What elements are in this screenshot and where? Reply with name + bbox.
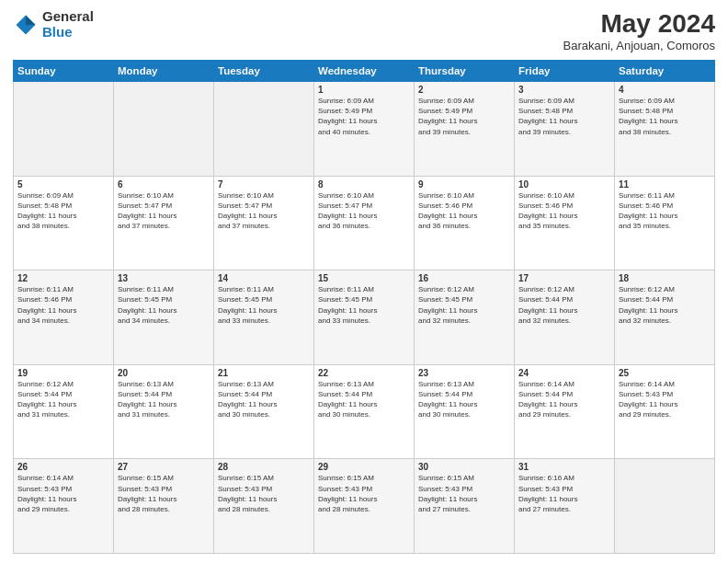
calendar-cell-w1-d4: 9Sunrise: 6:10 AM Sunset: 5:46 PM Daylig… <box>415 176 515 270</box>
day-info-19: Sunrise: 6:12 AM Sunset: 5:44 PM Dayligh… <box>17 379 109 420</box>
day-number-1: 1 <box>318 85 410 95</box>
day-info-9: Sunrise: 6:10 AM Sunset: 5:46 PM Dayligh… <box>418 190 510 232</box>
calendar-cell-w3-d3: 22Sunrise: 6:13 AM Sunset: 5:44 PM Dayli… <box>314 364 415 459</box>
calendar-cell-w4-d6 <box>615 459 715 554</box>
logo-text: General Blue <box>42 9 94 40</box>
day-number-2: 2 <box>418 85 510 95</box>
calendar-week-1: 5Sunrise: 6:09 AM Sunset: 5:48 PM Daylig… <box>14 176 715 270</box>
day-info-25: Sunrise: 6:14 AM Sunset: 5:43 PM Dayligh… <box>619 379 711 420</box>
calendar-table: Sunday Monday Tuesday Wednesday Thursday… <box>13 60 715 554</box>
calendar-cell-w3-d6: 25Sunrise: 6:14 AM Sunset: 5:43 PM Dayli… <box>615 364 715 459</box>
day-info-22: Sunrise: 6:13 AM Sunset: 5:44 PM Dayligh… <box>318 379 410 420</box>
logo-icon <box>13 12 39 38</box>
day-number-16: 16 <box>418 273 510 283</box>
day-info-23: Sunrise: 6:13 AM Sunset: 5:44 PM Dayligh… <box>418 379 510 420</box>
day-info-14: Sunrise: 6:11 AM Sunset: 5:45 PM Dayligh… <box>218 284 310 326</box>
day-number-23: 23 <box>418 368 510 378</box>
calendar-cell-w0-d5: 3Sunrise: 6:09 AM Sunset: 5:48 PM Daylig… <box>515 82 615 177</box>
header-saturday: Saturday <box>615 61 715 82</box>
day-number-14: 14 <box>218 273 310 283</box>
day-number-9: 9 <box>418 179 510 190</box>
calendar-cell-w4-d1: 27Sunrise: 6:15 AM Sunset: 5:43 PM Dayli… <box>114 459 214 554</box>
day-number-12: 12 <box>17 273 109 283</box>
header: General Blue May 2024 Barakani, Anjouan,… <box>13 9 715 52</box>
calendar-cell-w2-d5: 17Sunrise: 6:12 AM Sunset: 5:44 PM Dayli… <box>515 270 615 365</box>
day-number-21: 21 <box>218 368 310 378</box>
day-info-10: Sunrise: 6:10 AM Sunset: 5:46 PM Dayligh… <box>518 190 610 232</box>
calendar-cell-w0-d3: 1Sunrise: 6:09 AM Sunset: 5:49 PM Daylig… <box>314 82 415 177</box>
day-number-28: 28 <box>218 462 310 472</box>
calendar-week-4: 26Sunrise: 6:14 AM Sunset: 5:43 PM Dayli… <box>14 459 715 554</box>
day-info-20: Sunrise: 6:13 AM Sunset: 5:44 PM Dayligh… <box>118 379 210 420</box>
calendar-cell-w2-d2: 14Sunrise: 6:11 AM Sunset: 5:45 PM Dayli… <box>214 270 314 365</box>
day-number-26: 26 <box>17 462 109 472</box>
calendar-cell-w1-d0: 5Sunrise: 6:09 AM Sunset: 5:48 PM Daylig… <box>14 176 114 270</box>
day-number-25: 25 <box>619 368 711 378</box>
header-wednesday: Wednesday <box>314 61 415 82</box>
page: General Blue May 2024 Barakani, Anjouan,… <box>0 0 728 563</box>
day-info-31: Sunrise: 6:16 AM Sunset: 5:43 PM Dayligh… <box>518 473 610 514</box>
header-thursday: Thursday <box>415 61 515 82</box>
calendar-cell-w4-d2: 28Sunrise: 6:15 AM Sunset: 5:43 PM Dayli… <box>214 459 314 554</box>
day-number-30: 30 <box>418 462 510 472</box>
day-number-27: 27 <box>118 462 210 472</box>
day-number-7: 7 <box>218 179 310 190</box>
day-info-6: Sunrise: 6:10 AM Sunset: 5:47 PM Dayligh… <box>118 190 210 232</box>
calendar-week-2: 12Sunrise: 6:11 AM Sunset: 5:46 PM Dayli… <box>14 270 715 365</box>
day-info-26: Sunrise: 6:14 AM Sunset: 5:43 PM Dayligh… <box>17 473 109 514</box>
day-info-5: Sunrise: 6:09 AM Sunset: 5:48 PM Dayligh… <box>17 190 109 232</box>
title-month: May 2024 <box>563 9 715 39</box>
day-number-29: 29 <box>318 462 410 472</box>
calendar-cell-w0-d2 <box>214 82 314 177</box>
day-number-6: 6 <box>118 179 210 190</box>
day-info-13: Sunrise: 6:11 AM Sunset: 5:45 PM Dayligh… <box>118 284 210 326</box>
logo-general: General <box>42 9 94 25</box>
day-number-15: 15 <box>318 273 410 283</box>
calendar-cell-w4-d0: 26Sunrise: 6:14 AM Sunset: 5:43 PM Dayli… <box>14 459 114 554</box>
day-number-22: 22 <box>318 368 410 378</box>
calendar-week-0: 1Sunrise: 6:09 AM Sunset: 5:49 PM Daylig… <box>14 82 715 177</box>
day-number-8: 8 <box>318 179 410 190</box>
header-monday: Monday <box>114 61 214 82</box>
calendar-cell-w4-d4: 30Sunrise: 6:15 AM Sunset: 5:43 PM Dayli… <box>415 459 515 554</box>
day-info-29: Sunrise: 6:15 AM Sunset: 5:43 PM Dayligh… <box>318 473 410 514</box>
day-number-20: 20 <box>118 368 210 378</box>
logo: General Blue <box>13 9 94 40</box>
day-info-8: Sunrise: 6:10 AM Sunset: 5:47 PM Dayligh… <box>318 190 410 232</box>
svg-marker-1 <box>26 15 36 25</box>
day-number-18: 18 <box>619 273 711 283</box>
day-number-11: 11 <box>619 179 711 190</box>
calendar-cell-w0-d6: 4Sunrise: 6:09 AM Sunset: 5:48 PM Daylig… <box>615 82 715 177</box>
day-info-24: Sunrise: 6:14 AM Sunset: 5:44 PM Dayligh… <box>518 379 610 420</box>
logo-blue: Blue <box>42 25 94 40</box>
day-info-18: Sunrise: 6:12 AM Sunset: 5:44 PM Dayligh… <box>619 284 711 326</box>
calendar-cell-w1-d2: 7Sunrise: 6:10 AM Sunset: 5:47 PM Daylig… <box>214 176 314 270</box>
day-number-24: 24 <box>518 368 610 378</box>
header-tuesday: Tuesday <box>214 61 314 82</box>
calendar-week-3: 19Sunrise: 6:12 AM Sunset: 5:44 PM Dayli… <box>14 364 715 459</box>
day-info-21: Sunrise: 6:13 AM Sunset: 5:44 PM Dayligh… <box>218 379 310 420</box>
day-number-19: 19 <box>17 368 109 378</box>
day-info-15: Sunrise: 6:11 AM Sunset: 5:45 PM Dayligh… <box>318 284 410 326</box>
calendar-cell-w2-d4: 16Sunrise: 6:12 AM Sunset: 5:45 PM Dayli… <box>415 270 515 365</box>
day-info-3: Sunrise: 6:09 AM Sunset: 5:48 PM Dayligh… <box>518 96 610 137</box>
day-info-7: Sunrise: 6:10 AM Sunset: 5:47 PM Dayligh… <box>218 190 310 232</box>
header-friday: Friday <box>515 61 615 82</box>
day-info-1: Sunrise: 6:09 AM Sunset: 5:49 PM Dayligh… <box>318 96 410 137</box>
calendar-cell-w0-d0 <box>14 82 114 177</box>
calendar-cell-w2-d0: 12Sunrise: 6:11 AM Sunset: 5:46 PM Dayli… <box>14 270 114 365</box>
calendar-cell-w1-d1: 6Sunrise: 6:10 AM Sunset: 5:47 PM Daylig… <box>114 176 214 270</box>
title-location: Barakani, Anjouan, Comoros <box>563 39 715 52</box>
calendar-cell-w3-d0: 19Sunrise: 6:12 AM Sunset: 5:44 PM Dayli… <box>14 364 114 459</box>
calendar-cell-w3-d4: 23Sunrise: 6:13 AM Sunset: 5:44 PM Dayli… <box>415 364 515 459</box>
calendar-cell-w1-d3: 8Sunrise: 6:10 AM Sunset: 5:47 PM Daylig… <box>314 176 415 270</box>
day-info-27: Sunrise: 6:15 AM Sunset: 5:43 PM Dayligh… <box>118 473 210 514</box>
header-sunday: Sunday <box>14 61 114 82</box>
day-info-28: Sunrise: 6:15 AM Sunset: 5:43 PM Dayligh… <box>218 473 310 514</box>
calendar-cell-w2-d1: 13Sunrise: 6:11 AM Sunset: 5:45 PM Dayli… <box>114 270 214 365</box>
calendar-cell-w3-d5: 24Sunrise: 6:14 AM Sunset: 5:44 PM Dayli… <box>515 364 615 459</box>
calendar-cell-w3-d2: 21Sunrise: 6:13 AM Sunset: 5:44 PM Dayli… <box>214 364 314 459</box>
calendar-cell-w1-d5: 10Sunrise: 6:10 AM Sunset: 5:46 PM Dayli… <box>515 176 615 270</box>
calendar-cell-w4-d5: 31Sunrise: 6:16 AM Sunset: 5:43 PM Dayli… <box>515 459 615 554</box>
day-number-10: 10 <box>518 179 610 190</box>
